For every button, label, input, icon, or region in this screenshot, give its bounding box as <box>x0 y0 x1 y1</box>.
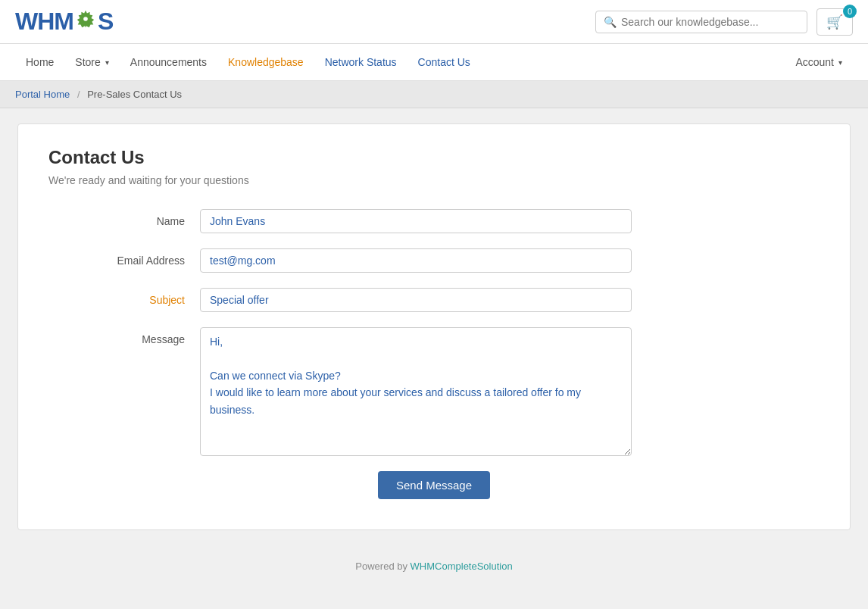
footer-text: Powered by <box>355 561 410 572</box>
email-label: Email Address <box>48 248 200 267</box>
email-input[interactable] <box>200 248 632 273</box>
header-right: 🔍 🛒 0 <box>595 8 853 36</box>
header: WHM S 🔍 🛒 0 <box>0 0 868 44</box>
chevron-down-icon: ▾ <box>105 58 109 67</box>
main-content: Contact Us We're ready and waiting for y… <box>0 108 868 545</box>
breadcrumb-separator: / <box>77 89 80 100</box>
page-title: Contact Us <box>48 147 820 168</box>
breadcrumb-home[interactable]: Portal Home <box>15 89 70 100</box>
main-nav: Home Store ▾ Announcements Knowledgebase… <box>0 44 868 81</box>
message-textarea[interactable]: Hi, Can we connect via Skype? I would li… <box>200 327 632 456</box>
name-row: Name <box>48 209 820 233</box>
contact-card: Contact Us We're ready and waiting for y… <box>17 123 851 530</box>
breadcrumb: Portal Home / Pre-Sales Contact Us <box>0 81 868 108</box>
search-bar: 🔍 <box>595 11 807 33</box>
nav-right: Account ▾ <box>785 44 853 80</box>
message-row: Message Hi, Can we connect via Skype? I … <box>48 327 820 456</box>
nav-item-contact-us[interactable]: Contact Us <box>407 44 481 80</box>
page-subtitle: We're ready and waiting for your questio… <box>48 174 820 186</box>
logo: WHM S <box>15 8 113 36</box>
footer: Powered by WHMCompleteSolution <box>0 545 868 587</box>
nav-item-home[interactable]: Home <box>15 44 64 80</box>
subject-row: Subject <box>48 288 820 312</box>
submit-row: Send Message <box>48 471 820 499</box>
search-icon: 🔍 <box>604 16 617 28</box>
subject-input[interactable] <box>200 288 632 312</box>
nav-item-knowledgebase[interactable]: Knowledgebase <box>217 44 314 80</box>
subject-label: Subject <box>48 288 200 306</box>
chevron-down-icon: ▾ <box>838 58 842 67</box>
nav-item-network-status[interactable]: Network Status <box>314 44 407 80</box>
message-label: Message <box>48 327 200 345</box>
nav-item-announcements[interactable]: Announcements <box>120 44 217 80</box>
nav-item-store[interactable]: Store ▾ <box>64 44 119 80</box>
email-row: Email Address <box>48 248 820 273</box>
nav-account[interactable]: Account ▾ <box>785 44 853 80</box>
logo-text: WHM S <box>15 8 113 36</box>
send-message-button[interactable]: Send Message <box>378 471 490 499</box>
name-label: Name <box>48 209 200 227</box>
name-input[interactable] <box>200 209 632 233</box>
cart-button[interactable]: 🛒 0 <box>816 8 853 36</box>
nav-left: Home Store ▾ Announcements Knowledgebase… <box>15 44 481 80</box>
footer-link[interactable]: WHMCompleteSolution <box>411 561 513 572</box>
svg-point-2 <box>83 17 88 21</box>
search-input[interactable] <box>621 16 799 28</box>
breadcrumb-current: Pre-Sales Contact Us <box>87 89 182 100</box>
gear-icon <box>75 8 96 30</box>
cart-badge: 0 <box>843 5 857 18</box>
